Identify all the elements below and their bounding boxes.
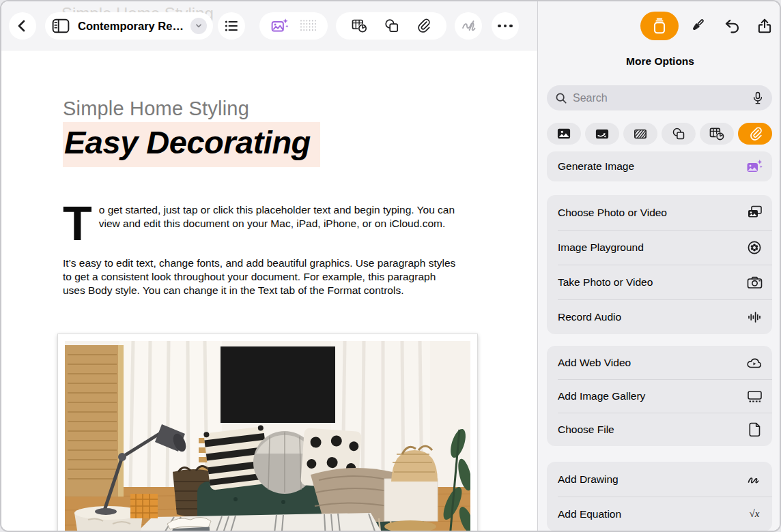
document-photo[interactable] bbox=[57, 334, 478, 532]
document-title-label: Contemporary Re… bbox=[78, 20, 184, 33]
scribble-icon bbox=[460, 18, 477, 34]
tab-table-chart[interactable] bbox=[700, 123, 734, 145]
generate-image-icon bbox=[746, 158, 763, 175]
generate-image-group: Generate Image bbox=[547, 151, 772, 181]
writing-tools-button-disabled bbox=[455, 12, 482, 40]
cloud-play-icon bbox=[746, 357, 763, 369]
undo-icon bbox=[723, 17, 741, 35]
document-title-button[interactable]: Contemporary Re… bbox=[45, 12, 213, 40]
category-tabs bbox=[547, 123, 772, 145]
ellipsis-icon bbox=[498, 25, 513, 28]
tab-shapes[interactable] bbox=[662, 123, 696, 145]
file-icon bbox=[748, 422, 761, 437]
pattern-icon bbox=[634, 128, 647, 140]
document-heading[interactable]: Easy Decorating bbox=[63, 122, 320, 167]
more-options-panel: More Options bbox=[537, 1, 781, 531]
menu-row-choose-photo[interactable]: Choose Photo or Video bbox=[547, 195, 772, 230]
generate-image-button[interactable] bbox=[271, 18, 289, 34]
tab-video[interactable] bbox=[585, 123, 619, 145]
search-input[interactable] bbox=[573, 92, 752, 104]
menu-row-add-equation[interactable]: Add Equation √x bbox=[547, 497, 772, 531]
title-menu-button[interactable] bbox=[190, 18, 207, 34]
sidebar-icon[interactable] bbox=[52, 18, 70, 34]
drawing-equation-group: Add Drawing Add Equation √x bbox=[547, 462, 772, 531]
contents-list-button[interactable] bbox=[218, 12, 245, 40]
mic-icon[interactable] bbox=[752, 91, 764, 105]
waveform-icon bbox=[747, 310, 762, 325]
menu-row-generate-image[interactable]: Generate Image bbox=[547, 151, 772, 181]
panel-toolbar bbox=[538, 1, 781, 50]
search-field[interactable] bbox=[547, 85, 772, 110]
back-button[interactable] bbox=[9, 12, 36, 40]
table-chart-button[interactable] bbox=[352, 18, 368, 33]
chevron-left-icon bbox=[14, 18, 31, 34]
drop-cap: T bbox=[63, 205, 92, 243]
search-icon bbox=[555, 92, 567, 104]
pages-app-window: Simple Home Styling Easy Decorating To g… bbox=[0, 0, 781, 532]
toolbar-media-group bbox=[259, 12, 328, 40]
chevron-down-icon bbox=[194, 21, 203, 31]
paintbrush-icon bbox=[688, 17, 706, 35]
shapes-button[interactable] bbox=[384, 18, 400, 33]
paperclip-icon bbox=[748, 127, 763, 141]
menu-row-choose-file[interactable]: Choose File bbox=[547, 413, 772, 446]
share-icon bbox=[756, 17, 773, 35]
document-canvas[interactable]: Simple Home Styling Easy Decorating To g… bbox=[1, 1, 537, 531]
image-gallery-icon bbox=[747, 389, 763, 403]
web-media-group: Add Web Video Add Image Gallery bbox=[547, 346, 772, 446]
document-paragraph[interactable]: To get started, just tap or click this p… bbox=[63, 203, 457, 243]
menu-row-record-audio[interactable]: Record Audio bbox=[547, 299, 772, 334]
menu-row-take-photo[interactable]: Take Photo or Video bbox=[547, 265, 772, 299]
living-room-image bbox=[65, 341, 470, 532]
shapes-icon bbox=[671, 127, 686, 141]
toolbar-insert-group bbox=[336, 12, 446, 40]
format-button[interactable] bbox=[687, 16, 707, 35]
drawing-icon bbox=[747, 473, 762, 486]
table-chart-icon bbox=[709, 127, 725, 141]
menu-row-add-web-video[interactable]: Add Web Video bbox=[547, 346, 772, 379]
more-button[interactable] bbox=[492, 12, 519, 40]
tab-attachments-selected[interactable] bbox=[738, 123, 772, 145]
top-toolbar: Simple Home Styling Contemporary Re… bbox=[1, 1, 537, 50]
photo-icon bbox=[557, 128, 571, 140]
menu-row-add-drawing[interactable]: Add Drawing bbox=[547, 462, 772, 497]
photos-stack-icon bbox=[747, 205, 763, 220]
grid-button-disabled bbox=[300, 18, 316, 33]
insert-button-active[interactable] bbox=[640, 12, 679, 40]
document-subtitle[interactable]: Simple Home Styling bbox=[63, 98, 249, 120]
camera-icon bbox=[747, 276, 763, 289]
menu-row-image-playground[interactable]: Image Playground bbox=[547, 230, 772, 265]
media-source-group: Choose Photo or Video Image Playground bbox=[547, 195, 772, 334]
share-button[interactable] bbox=[755, 16, 774, 35]
attachment-button[interactable] bbox=[416, 18, 431, 33]
menu-row-add-image-gallery[interactable]: Add Image Gallery bbox=[547, 379, 772, 413]
panel-title: More Options bbox=[538, 55, 781, 68]
insert-object-icon bbox=[651, 17, 668, 35]
document-paragraph[interactable]: It’s easy to edit text, change fonts, an… bbox=[63, 256, 457, 297]
tab-media[interactable] bbox=[547, 123, 581, 145]
list-icon bbox=[224, 18, 239, 33]
image-playground-icon bbox=[747, 240, 762, 255]
tab-pattern[interactable] bbox=[623, 123, 657, 145]
equation-icon: √x bbox=[750, 508, 760, 520]
undo-button[interactable] bbox=[722, 16, 741, 35]
video-icon bbox=[595, 128, 609, 140]
